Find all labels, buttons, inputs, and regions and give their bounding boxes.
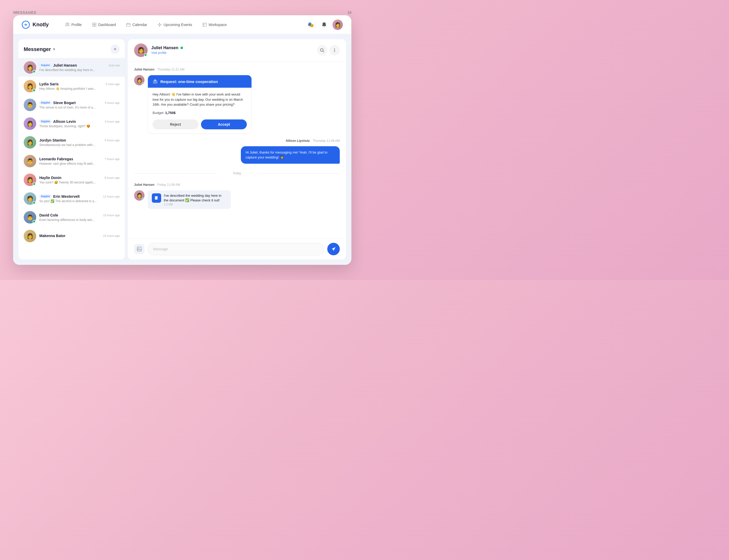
conversation-name: Allison Levin (53, 119, 76, 124)
nav-calendar[interactable]: Calendar (122, 21, 151, 29)
knotly-logo-icon (22, 21, 30, 29)
app-window: Knotly Profile Dashboard (13, 15, 351, 265)
conversation-name: Juliet Hansen (53, 63, 77, 67)
conversation-item[interactable]: 👩 Inquire Allison Levin 3 hours ago Thos… (18, 114, 125, 133)
avatar: 👩 (24, 136, 36, 149)
message-group: Juliet Hansen Friday 11:58 AM 👩 (134, 183, 340, 209)
conversation-time: 12 hours ago (103, 195, 120, 198)
page-title: /MESSAGES (13, 10, 36, 15)
budget-value: 1,750$ (165, 111, 175, 115)
avatar-wrap: 👩 (24, 61, 36, 74)
conversation-top: David Cole 15 hours ago (39, 213, 120, 217)
conversation-item[interactable]: 👩 Lydia Saris 5 mins ago Hey Allison 👋 A… (18, 77, 125, 96)
file-size: 1.2 MB (164, 203, 227, 206)
nav-workspace-label: Workspace (208, 23, 227, 27)
conversation-name: David Cole (39, 213, 58, 217)
conversation-item[interactable]: 👨 David Cole 15 hours ago Even factoring… (18, 208, 125, 227)
conversation-name: Jordyn Stanton (39, 138, 66, 142)
avatar-wrap: 👩 (24, 136, 36, 149)
inquire-badge: Inquire (39, 101, 52, 105)
image-icon (137, 246, 142, 252)
svg-rect-8 (203, 23, 206, 27)
online-dot (142, 82, 144, 85)
conversation-info: Inquire Erin Westervelt 12 hours ago So … (39, 194, 120, 203)
user-avatar-nav[interactable]: 👩 (332, 20, 343, 30)
conversation-preview: Hey Allison 👋 Amazing portfolio! I wan..… (39, 87, 120, 91)
svg-point-2 (67, 23, 68, 24)
conversation-item[interactable]: 👨 Inquire Steve Bogart 3 hours ago The v… (18, 96, 125, 114)
conversation-top: Lydia Saris 5 mins ago (39, 82, 120, 86)
visit-profile-link[interactable]: Visit profile (151, 51, 166, 55)
nav-profile[interactable]: Profile (61, 21, 86, 29)
nav-links: Profile Dashboard Calendar (61, 21, 305, 29)
message-time: Thursday 11:49 AM (313, 139, 340, 143)
chat-contact-avatar-wrap: 👩 (134, 43, 148, 57)
conversation-item[interactable]: 🧑 Inquire Erin Westervelt 12 hours ago S… (18, 189, 125, 208)
bell-icon (321, 22, 327, 28)
more-options-button[interactable] (329, 45, 340, 55)
svg-point-17 (138, 248, 139, 249)
nav-upcoming-events-label: Upcoming Events (163, 23, 192, 27)
online-status-dot (33, 182, 36, 186)
conversation-top: Inquire Allison Levin 3 hours ago (39, 119, 120, 124)
avatar-wrap: 👩 (24, 230, 36, 242)
calendar-icon (126, 23, 130, 27)
request-title: Request: one-time cooperation (160, 79, 218, 84)
conversation-info: Inquire Juliet Hansen Just now I've desc… (39, 63, 120, 72)
message-time: Friday 11:58 AM (157, 183, 180, 187)
chat-header-actions (317, 45, 340, 55)
main-content: Messenger ▾ + 👩 Inquire Juliet Hansen (13, 34, 351, 265)
conversation-time: 15 hours ago (103, 214, 120, 217)
send-message-button[interactable] (327, 243, 340, 255)
add-conversation-button[interactable]: + (110, 44, 120, 54)
sidebar: Messenger ▾ + 👩 Inquire Juliet Hansen (18, 39, 125, 259)
message-sender-avatar: 👩 (134, 75, 144, 85)
attach-image-button[interactable] (134, 244, 144, 254)
search-messages-button[interactable] (317, 45, 327, 55)
logo-area[interactable]: Knotly (22, 21, 49, 29)
inquire-badge: Inquire (39, 63, 52, 67)
conversation-info: Haylie Donin 8 hours ago You sure? 😅 Twe… (39, 176, 120, 184)
svg-rect-16 (137, 247, 141, 251)
person-icon (65, 23, 69, 27)
conversation-top: Inquire Steve Bogart 3 hours ago (39, 101, 120, 105)
nav-workspace[interactable]: Workspace (198, 21, 231, 29)
conversation-preview: Even factoring differences in body wei..… (39, 218, 120, 222)
emoji-button[interactable]: 🎭 (305, 20, 316, 30)
conversation-name: Haylie Donin (39, 176, 61, 180)
chat-contact-name-text: Juliet Hansen (151, 46, 178, 50)
svg-point-12 (334, 51, 335, 52)
sparkle-icon (157, 23, 162, 27)
conversation-name: Steve Bogart (53, 101, 75, 105)
avatar: 👩 (24, 230, 36, 242)
message-time: Thursday 11:21 AM (157, 68, 184, 71)
nav-dashboard-label: Dashboard (98, 23, 116, 27)
conversation-time: 7 hours ago (105, 157, 120, 161)
conversation-time: 5 mins ago (106, 82, 120, 86)
message-input[interactable] (148, 243, 324, 255)
conversation-top: Jordyn Stanton 5 hours ago (39, 138, 120, 142)
svg-point-11 (334, 50, 335, 51)
conversation-item[interactable]: 👩 Haylie Donin 8 hours ago You sure? 😅 T… (18, 170, 125, 189)
request-card: Request: one-time cooperation Hey Alliso… (148, 75, 252, 134)
navbar: Knotly Profile Dashboard (13, 15, 351, 34)
conversation-top: Haylie Donin 8 hours ago (39, 176, 120, 180)
conversation-preview: So yes! ✅ The alcohol is delivered in a.… (39, 199, 120, 203)
messages-area: Juliet Hansen Thursday 11:21 AM 👩 (128, 61, 346, 238)
message-meta: Juliet Hansen Thursday 11:21 AM (134, 68, 340, 71)
app-logo-text: Knotly (33, 22, 49, 28)
request-card-header: Request: one-time cooperation (148, 75, 251, 88)
accept-button[interactable]: Accept (201, 119, 247, 129)
reject-button[interactable]: Reject (152, 119, 198, 129)
conversation-item[interactable]: 👩 Jordyn Stanton 5 hours ago Simultaneou… (18, 133, 125, 152)
avatar-wrap: 👩 (24, 117, 36, 130)
notifications-button[interactable] (319, 20, 329, 30)
conversation-info: Inquire Allison Levin 3 hours ago Those … (39, 119, 120, 128)
conversation-item[interactable]: 👨 Leonardo Fabregas 7 hours ago However,… (18, 152, 125, 170)
messenger-title[interactable]: Messenger ▾ (24, 46, 55, 52)
conversation-item[interactable]: 👩 Inquire Juliet Hansen Just now I've de… (18, 58, 125, 77)
nav-upcoming-events[interactable]: Upcoming Events (153, 21, 196, 29)
conversation-name: Lydia Saris (39, 82, 59, 86)
nav-dashboard[interactable]: Dashboard (88, 21, 120, 29)
conversation-item[interactable]: 👩 Makenna Bator 16 hours ago (18, 227, 125, 245)
